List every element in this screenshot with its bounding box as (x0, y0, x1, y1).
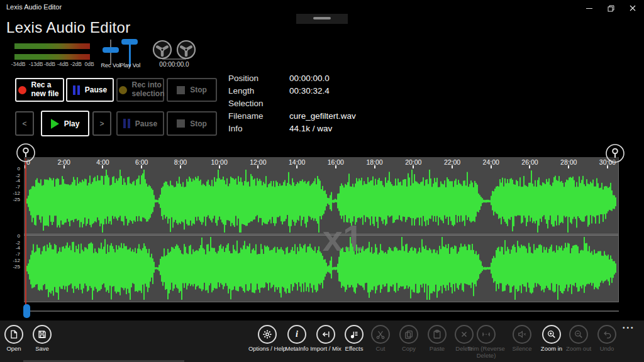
rec-stop-button[interactable]: Stop (167, 78, 217, 102)
titlebar-drag-handle[interactable] (296, 14, 348, 24)
meter-tick: -34dB (11, 61, 26, 67)
close-icon (630, 5, 636, 11)
more-options-button[interactable]: ••• (623, 324, 635, 331)
page-title: Lexis Audio Editor (6, 19, 131, 36)
slider-thumb[interactable] (121, 39, 138, 45)
restore-button[interactable] (600, 0, 621, 16)
window-title: Lexis Audio Editor (6, 3, 62, 11)
play-vol-label: Play Vol (114, 62, 146, 69)
meter-tick: -13dB (29, 61, 43, 67)
trim-icon (481, 329, 491, 339)
format-value: 44.1k / wav (289, 124, 356, 136)
play-icon (51, 119, 59, 129)
zoom-out-icon (574, 329, 584, 339)
position-value: 00:00:00.0 (289, 74, 356, 86)
effects-note-icon (349, 329, 359, 339)
minimize-icon (586, 8, 592, 9)
filename-value: cure_gefiltert.wav (289, 111, 356, 124)
db-label: 0 (18, 166, 20, 172)
rec-pause-button[interactable]: Pause (66, 78, 114, 102)
trim-button[interactable]: Trim (Reverse Delete) (467, 325, 505, 359)
copy-icon (404, 329, 414, 339)
vu-meter-right (14, 54, 90, 60)
db-label: 0 (18, 233, 20, 239)
pause-icon (73, 85, 80, 95)
selection-value (289, 99, 356, 111)
play-button[interactable]: Play (41, 111, 89, 136)
open-file-icon (9, 329, 19, 339)
db-label: -25 (13, 264, 20, 270)
pause-icon (123, 119, 130, 128)
playhead-cursor[interactable] (25, 158, 26, 307)
mute-speaker-icon (517, 329, 527, 339)
bottom-toolbar: Open Save Options / Help i MetaInfo Impo… (0, 321, 644, 362)
seek-slider-track[interactable] (24, 310, 619, 312)
waveform-canvas[interactable] (24, 157, 618, 302)
file-info-panel: Position00:00:00.0 Length00:30:32.4 Sele… (228, 74, 356, 136)
meter-tick: 0dB (84, 61, 94, 67)
minimize-button[interactable] (579, 0, 600, 16)
db-label: -12 (13, 190, 20, 196)
skip-forward-button[interactable]: > (92, 111, 111, 136)
undo-icon (602, 329, 612, 339)
db-label: -4 (16, 245, 20, 251)
vu-meter-left (14, 43, 90, 49)
import-icon (321, 329, 331, 339)
gear-icon (262, 329, 272, 339)
save-icon (37, 329, 47, 339)
record-icon (119, 86, 127, 94)
clipboard-icon (432, 329, 442, 339)
play-stop-button[interactable]: Stop (167, 111, 217, 136)
info-label: Selection (228, 99, 289, 111)
slider-thumb[interactable] (103, 47, 119, 53)
next-icon: > (99, 119, 104, 128)
tape-reels-icon (149, 39, 199, 62)
play-pause-button[interactable]: Pause (116, 111, 164, 136)
rec-new-file-button[interactable]: Rec a new file (15, 78, 64, 102)
info-icon: i (296, 329, 298, 339)
meter-tick: -4dB (57, 61, 69, 67)
db-label: -25 (13, 197, 20, 202)
lexis-audio-editor-window: { "window": {"title": "Lexis Audio Edito… (0, 0, 644, 362)
db-label: -7 (16, 251, 20, 257)
db-label: -4 (16, 178, 20, 184)
drag-pill-icon (313, 17, 331, 19)
db-label: -12 (13, 258, 20, 263)
meter-tick: -8dB (44, 61, 55, 67)
prev-icon: < (22, 119, 26, 128)
undo-button[interactable]: Undo (588, 325, 626, 353)
save-button[interactable]: Save (23, 325, 61, 353)
info-label: Filename (228, 111, 289, 124)
length-value: 00:30:32.4 (289, 86, 356, 99)
tape-counter: 00:00:00.0 (149, 61, 199, 68)
left-marker-pin-icon[interactable] (15, 142, 36, 163)
waveform-area[interactable]: 02:004:006:008:0010:0012:0014:0016:0018:… (24, 157, 619, 302)
info-label: Info (228, 124, 289, 136)
stop-icon (177, 119, 185, 128)
skip-back-button[interactable]: < (15, 111, 34, 136)
close-button[interactable] (622, 0, 643, 16)
rec-into-selection-button[interactable]: Rec into selection (116, 78, 164, 102)
vu-meter-scale: -34dB -13dB -8dB -4dB -2dB 0dB (0, 61, 101, 69)
db-scale: 0-2-4-7-12-250-2-4-7-12-25 (0, 157, 22, 302)
stop-icon (177, 86, 185, 94)
seek-slider-thumb[interactable] (23, 304, 30, 318)
db-label: -7 (16, 184, 20, 190)
scissors-icon (375, 329, 386, 339)
right-marker-pin-icon[interactable] (604, 143, 626, 164)
meter-tick: -2dB (70, 61, 82, 67)
restore-icon (608, 5, 614, 12)
record-icon (18, 86, 26, 94)
info-label: Length (228, 86, 289, 99)
info-label: Position (228, 74, 289, 86)
zoom-in-icon (547, 329, 557, 339)
